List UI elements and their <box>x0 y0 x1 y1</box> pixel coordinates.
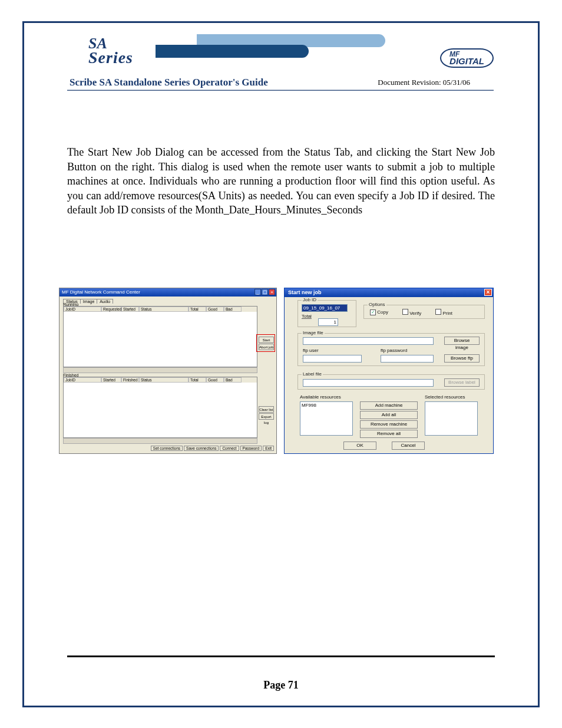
logo-series: Series <box>88 50 133 65</box>
document-title: Scribe SA Standalone Series Operator's G… <box>70 77 268 88</box>
set-connections-button[interactable]: Set connections <box>151 446 183 451</box>
col2-status[interactable]: Status <box>139 377 189 383</box>
close-icon[interactable]: × <box>484 289 492 296</box>
add-all-button[interactable]: Add all <box>360 411 418 419</box>
screenshot-figure: MF Digital Network Command Center _ ▢ × … <box>59 288 495 459</box>
list-item[interactable]: MF998 <box>302 403 351 408</box>
col-jobid[interactable]: JobID <box>64 307 101 312</box>
label-file-group: Label file Browse label <box>297 374 485 390</box>
col-status[interactable]: Status <box>139 307 189 312</box>
exit-button[interactable]: Exit <box>263 446 274 451</box>
browse-label-button[interactable]: Browse label <box>444 378 480 387</box>
clear-list-button[interactable]: Clear list <box>259 406 274 413</box>
export-log-button[interactable]: Export log <box>259 413 274 420</box>
ok-button[interactable]: OK <box>343 442 376 450</box>
col-total[interactable]: Total <box>189 307 206 312</box>
snj-title-text: Start new job <box>288 289 322 295</box>
col2-bad[interactable]: Bad <box>224 377 242 383</box>
label-file-legend: Label file <box>302 371 323 377</box>
document-revision: Document Revision: 05/31/06 <box>378 78 470 87</box>
start-new-job-button[interactable]: Start new job <box>259 337 274 343</box>
options-legend: Options <box>368 302 386 307</box>
image-file-group: Image file Browse image ftp user ftp pas… <box>297 333 485 366</box>
save-connections-button[interactable]: Save connections <box>184 446 219 451</box>
password-button[interactable]: Password <box>240 446 262 451</box>
print-checkbox[interactable] <box>435 309 441 315</box>
col-bad[interactable]: Bad <box>224 307 242 312</box>
start-new-job-dialog: Start new job × Job ID 09_15_09_16_07 To… <box>284 288 494 454</box>
cancel-button[interactable]: Cancel <box>392 442 425 450</box>
col2-good[interactable]: Good <box>206 377 224 383</box>
print-label: Print <box>442 311 452 316</box>
ftp-password-field[interactable] <box>381 355 434 363</box>
col-good[interactable]: Good <box>206 307 224 312</box>
running-grid[interactable]: JobID Requested Started Status Total Goo… <box>63 306 257 367</box>
mf-digital-logo: MF DIGITAL <box>440 48 494 68</box>
ftp-user-label: ftp user <box>303 348 319 353</box>
header-swoosh-graphic <box>156 34 427 67</box>
jobid-group: Job ID 09_15_09_16_07 Total 1 <box>297 300 356 327</box>
verify-label: Verify <box>409 311 421 316</box>
remove-all-button[interactable]: Remove all <box>360 430 418 438</box>
col-started[interactable]: Started <box>121 307 139 312</box>
finished-scrollbar[interactable] <box>63 438 257 444</box>
running-scrollbar[interactable] <box>63 367 257 373</box>
body-paragraph: The Start New Job Dialog can be accessed… <box>67 145 495 218</box>
finished-grid[interactable]: JobID Started Finished Status Total Good… <box>63 377 257 438</box>
header-banner: SA Series MF DIGITAL Scribe SA Standalon… <box>67 34 494 91</box>
browse-ftp-button[interactable]: Browse ftp <box>444 354 480 363</box>
remove-machine-button[interactable]: Remove machine <box>360 420 418 429</box>
total-field[interactable]: 1 <box>318 318 338 326</box>
jobid-legend: Job ID <box>302 297 318 302</box>
ftp-password-label: ftp password <box>381 348 407 353</box>
col2-jobid[interactable]: JobID <box>64 377 101 383</box>
selected-resources-label: Selected resources <box>425 394 465 400</box>
jobid-field[interactable]: 09_15_09_16_07 <box>302 304 348 312</box>
options-group: Options ✓ Copy Verify Print <box>363 305 485 319</box>
maximize-icon[interactable]: ▢ <box>262 289 268 295</box>
header-rule <box>67 90 494 91</box>
ncc-titlebar: MF Digital Network Command Center _ ▢ × <box>59 288 276 297</box>
tab-image[interactable]: Image <box>80 299 97 304</box>
snj-titlebar: Start new job × <box>285 288 493 297</box>
tab-audio[interactable]: Audio <box>97 299 113 304</box>
col2-finished[interactable]: Finished <box>121 377 139 383</box>
sa-series-logo: SA Series <box>88 37 133 65</box>
browse-image-button[interactable]: Browse image <box>444 337 480 345</box>
copy-checkbox[interactable]: ✓ <box>370 309 376 315</box>
add-machine-button[interactable]: Add machine <box>360 401 418 410</box>
image-file-field[interactable] <box>303 337 434 345</box>
copy-label: Copy <box>377 309 388 315</box>
logo-digital: DIGITAL <box>449 56 484 66</box>
selected-resources-listbox[interactable] <box>425 401 478 436</box>
col-requested[interactable]: Requested <box>101 307 121 312</box>
total-label: Total <box>302 314 312 319</box>
col2-started[interactable]: Started <box>101 377 121 383</box>
abort-job-button[interactable]: Abort job <box>259 344 274 350</box>
label-file-field[interactable] <box>303 379 434 387</box>
footer-rule <box>67 655 495 657</box>
ncc-title-text: MF Digital Network Command Center <box>62 289 140 295</box>
col2-total[interactable]: Total <box>189 377 206 383</box>
close-icon[interactable]: × <box>269 289 275 295</box>
available-resources-label: Available resources <box>300 394 341 400</box>
connect-button[interactable]: Connect <box>220 446 239 451</box>
page-number: Page 71 <box>0 679 562 691</box>
ncc-window: MF Digital Network Command Center _ ▢ × … <box>59 288 277 454</box>
available-resources-listbox[interactable]: MF998 <box>300 401 353 436</box>
minimize-icon[interactable]: _ <box>254 289 261 295</box>
verify-checkbox[interactable] <box>402 309 408 315</box>
image-file-legend: Image file <box>302 330 325 335</box>
ftp-user-field[interactable] <box>303 355 362 363</box>
ncc-bottom-buttons: Set connections Save connections Connect… <box>151 446 274 451</box>
